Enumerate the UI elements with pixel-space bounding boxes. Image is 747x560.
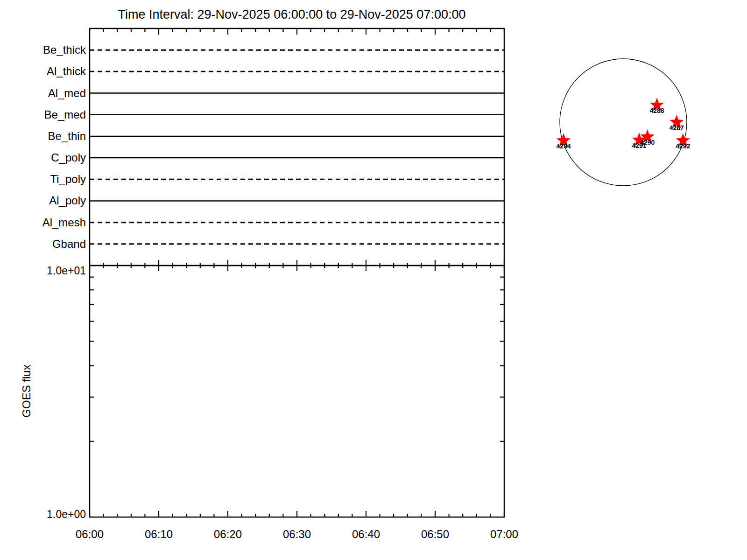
- goes-panel-border: [90, 266, 504, 517]
- x-tick-label-0620: 06:20: [195, 528, 261, 541]
- filter-label-Al_mesh: Al_mesh: [0, 216, 86, 229]
- figure-title: Time Interval: 29-Nov-2025 06:00:00 to 2…: [85, 7, 499, 22]
- filter-panel-border: [90, 28, 504, 266]
- filter-label-Be_med: Be_med: [0, 108, 86, 121]
- filter-label-Be_thick: Be_thick: [0, 43, 86, 56]
- filter-label-Al_thick: Al_thick: [0, 65, 86, 78]
- x-tick-label-0640: 06:40: [333, 528, 399, 541]
- filter-label-Be_thin: Be_thin: [0, 130, 86, 143]
- xrt-observation-timeline-figure: Time Interval: 29-Nov-2025 06:00:00 to 2…: [0, 0, 747, 560]
- filter-label-Ti_poly: Ti_poly: [0, 173, 86, 186]
- filter-label-Gband: Gband: [0, 238, 86, 251]
- x-tick-label-0600: 06:00: [57, 528, 122, 541]
- active-region-label-4288: 4288: [650, 107, 664, 114]
- filter-label-Al_poly: Al_poly: [0, 194, 86, 207]
- x-tick-label-0610: 06:10: [126, 528, 191, 541]
- x-tick-label-0650: 06:50: [402, 528, 468, 541]
- filter-label-Al_med: Al_med: [0, 87, 86, 100]
- active-region-label-4294: 4294: [557, 143, 571, 150]
- active-region-label-4287: 4287: [669, 125, 684, 132]
- plot-canvas: [0, 0, 747, 560]
- goes-ytick-label-bottom: 1.0e+00: [0, 508, 86, 520]
- x-tick-label-0630: 06:30: [264, 528, 330, 541]
- active-region-label-4292: 4292: [676, 143, 690, 150]
- goes-flux-axis-label: GOES flux: [20, 364, 33, 417]
- goes-ytick-label-top: 1.0e+01: [0, 265, 86, 277]
- solar-disk: [560, 59, 687, 186]
- x-tick-label-0700: 07:00: [472, 528, 537, 541]
- active-region-label-4291: 4291: [632, 142, 646, 149]
- filter-label-C_poly: C_poly: [0, 151, 86, 164]
